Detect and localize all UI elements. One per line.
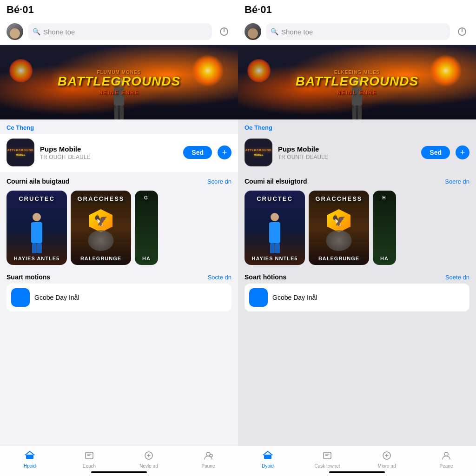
right-search-bar[interactable]: 🔍 Shone toe xyxy=(266,23,450,40)
right-avatar[interactable] xyxy=(245,23,261,40)
left-app-desc: TR OUGIT DEAULE xyxy=(40,154,178,160)
right-app-info: Pups Mobile TR OUNIT DEAULE xyxy=(278,145,416,160)
right-tab-2-label: Mioro ud xyxy=(378,463,396,469)
left-card1-figure xyxy=(31,213,42,253)
right-plus-icon: + xyxy=(460,148,465,158)
left-get-button[interactable]: Sed xyxy=(183,146,212,159)
right-header-title-row: Bé·01 xyxy=(238,0,476,18)
left-tab-0[interactable]: Hpoid xyxy=(0,450,60,469)
right-games-section-header: Coumi ail elsuigtord Soere dn xyxy=(238,172,476,188)
left-hero-game-title: BATTLEGROUNDS xyxy=(58,75,180,88)
left-tab-3-icon xyxy=(203,450,213,463)
right-smart-more[interactable]: Soete dn xyxy=(445,274,469,281)
right-tab-1-icon xyxy=(322,450,332,463)
left-tab-3[interactable]: Puune xyxy=(178,450,238,469)
left-games-more[interactable]: Score dn xyxy=(207,178,231,185)
left-tab-0-label: Hpoid xyxy=(24,463,36,469)
right-hero-title: ELKEEING MILES BATTLEGROUNDS NEINL ENRE xyxy=(296,70,418,95)
right-card2-title: GRACCHESS xyxy=(309,195,369,202)
left-hero-banner: FLUMUM MONES BATTLEGROUNDS NEINE ENRE xyxy=(0,45,238,119)
left-plus-icon: + xyxy=(222,148,227,158)
right-featured-label: Oe Theng xyxy=(238,119,476,134)
right-tab-bar: Dyoid Cask townet Mioro ud xyxy=(238,446,476,476)
left-tab-2-icon xyxy=(144,450,154,463)
left-tab-3-label: Puune xyxy=(202,463,215,469)
right-tab-3[interactable]: Peane xyxy=(416,450,476,469)
left-search-bar[interactable]: 🔍 Shone toe xyxy=(28,23,212,40)
right-app-name: Pups Mobile xyxy=(278,145,416,153)
left-smart-more[interactable]: Socte dn xyxy=(208,274,231,281)
right-games-title: Coumi ail elsuigtord xyxy=(245,178,307,185)
left-card2-label: RALEGRUNGE xyxy=(71,256,131,261)
right-card2-label: BALEGRUNGE xyxy=(309,256,369,261)
left-header-title-row: Bé·01 xyxy=(0,0,238,18)
left-tab-1-icon xyxy=(84,450,94,463)
left-tab-1[interactable]: Eeach xyxy=(60,450,119,469)
right-scroll: ELKEEING MILES BATTLEGROUNDS NEINL ENRE … xyxy=(238,45,476,476)
right-featured-app-row: BATTLEGROUNDS MOBILE Pups Mobile TR OUNI… xyxy=(238,134,476,172)
left-card2-disc xyxy=(88,230,114,251)
left-tab-2[interactable]: Nevle ud xyxy=(119,450,178,469)
left-card2-title: GRACCHESS xyxy=(71,195,131,202)
right-smart-icon xyxy=(249,288,268,307)
right-hero-banner: ELKEEING MILES BATTLEGROUNDS NEINL ENRE xyxy=(238,45,476,119)
left-smart-title: Suart motions xyxy=(7,273,50,281)
left-tab-bar: Hpoid Eeach Nevle ud xyxy=(0,446,238,476)
svg-point-12 xyxy=(444,452,448,456)
left-game-cards-row: CRUCTEC HAYIES ANTLE5 GRACCHESS 🦅 xyxy=(0,188,238,268)
right-card3-title: H xyxy=(373,195,396,200)
right-tab-2[interactable]: Mioro ud xyxy=(357,450,416,469)
left-smart-item: Gcobe Day Inål xyxy=(34,294,79,301)
left-plus-button[interactable]: + xyxy=(218,145,231,159)
left-games-section-header: Courni aila buigtaud Score dn xyxy=(0,172,238,188)
right-game-card-2[interactable]: GRACCHESS 🦅 BALEGRUNGE xyxy=(309,191,369,265)
left-smart-row[interactable]: Gcobe Day Inål xyxy=(7,284,231,311)
right-smart-row[interactable]: Gcobe Day Inål xyxy=(245,284,469,311)
left-tab-1-label: Eeach xyxy=(83,463,96,469)
left-tab-0-icon xyxy=(25,450,35,463)
right-card1-label: HAYIES NNTLE5 xyxy=(245,256,305,261)
left-card3-label: HA xyxy=(135,256,158,261)
left-featured-app-row: BATTLEGROUNDS MOBILE Pups Mobile TR OUGI… xyxy=(0,134,238,172)
right-get-button[interactable]: Sed xyxy=(421,146,450,159)
left-app-info: Pups Mobile TR OUGIT DEAULE xyxy=(40,145,178,160)
left-smart-section-header: Suart motions Socte dn xyxy=(0,268,238,284)
right-tab-0-icon xyxy=(263,450,273,463)
left-game-card-1[interactable]: CRUCTEC HAYIES ANTLE5 xyxy=(7,191,67,265)
left-scroll: FLUMUM MONES BATTLEGROUNDS NEINE ENRE Ce… xyxy=(0,45,238,476)
right-tab-3-icon xyxy=(441,450,451,463)
right-plus-button[interactable]: + xyxy=(456,145,469,159)
left-game-card-2[interactable]: GRACCHESS 🦅 RALEGRUNGE xyxy=(71,191,131,265)
right-power-icon[interactable] xyxy=(455,24,469,39)
right-search-icon: 🔍 xyxy=(271,28,278,35)
left-power-icon[interactable] xyxy=(217,24,231,39)
left-hero-subtitle: NEINE ENRE xyxy=(58,90,180,95)
right-tab-0[interactable]: Dyoid xyxy=(238,450,298,469)
right-game-cards-row: CRUCTEC HAYIES NNTLE5 GRACCHESS 🦅 xyxy=(238,188,476,268)
left-avatar[interactable] xyxy=(7,23,23,40)
right-games-more[interactable]: Soere dn xyxy=(445,178,469,185)
left-app-name: Pups Mobile xyxy=(40,145,178,153)
right-game-card-3[interactable]: H HA xyxy=(373,191,396,265)
right-home-indicator xyxy=(329,471,385,473)
left-home-indicator xyxy=(91,471,147,473)
left-header: 🔍 Shone toe xyxy=(0,18,238,45)
right-tab-1[interactable]: Cask townet xyxy=(298,450,357,469)
left-featured-label: Ce Theng xyxy=(0,119,238,134)
right-hero-game-title: BATTLEGROUNDS xyxy=(296,75,418,88)
left-app-icon: BATTLEGROUNDS MOBILE xyxy=(7,139,34,166)
left-app-icon-inner: BATTLEGROUNDS MOBILE xyxy=(7,149,34,156)
left-card1-title: CRUCTEC xyxy=(7,195,67,202)
right-game-card-1[interactable]: CRUCTEC HAYIES NNTLE5 xyxy=(245,191,305,265)
left-game-card-3[interactable]: G HA xyxy=(135,191,158,265)
right-smart-title: Soart hötions xyxy=(245,273,286,281)
left-title: Bé·01 xyxy=(7,4,34,15)
left-search-icon: 🔍 xyxy=(33,28,40,35)
right-tab-1-label: Cask townet xyxy=(314,463,340,469)
right-card2-disc xyxy=(326,230,352,251)
left-tab-2-label: Nevle ud xyxy=(139,463,158,469)
right-hero-subtitle: NEINL ENRE xyxy=(296,90,418,95)
left-card1-label: HAYIES ANTLE5 xyxy=(7,256,67,261)
left-smart-icon xyxy=(11,288,30,307)
right-card1-title: CRUCTEC xyxy=(245,195,305,202)
